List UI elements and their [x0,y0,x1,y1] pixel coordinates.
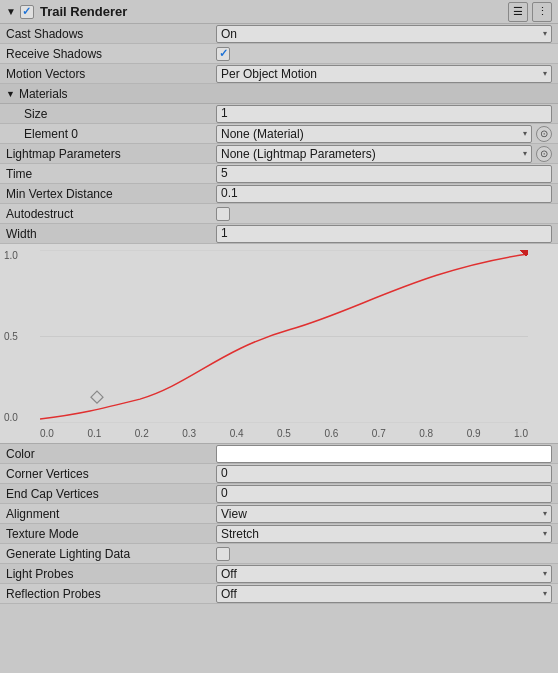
light-probes-value: Off [221,567,237,581]
texture-mode-dropdown[interactable]: Stretch ▾ [216,525,552,543]
chart-x-9: 0.9 [467,428,481,439]
reflection-probes-dropdown[interactable]: Off ▾ [216,585,552,603]
texture-mode-label: Texture Mode [6,527,216,541]
end-cap-vertices-label: End Cap Vertices [6,487,216,501]
lightmap-circle-btn[interactable]: ⊙ [536,146,552,162]
cast-shadows-dropdown[interactable]: On ▾ [216,25,552,43]
light-probes-row: Light Probes Off ▾ [0,564,558,584]
element0-label: Element 0 [6,127,216,141]
lightmap-dropdown[interactable]: None (Lightmap Parameters) ▾ [216,145,532,163]
light-probes-arrow: ▾ [543,569,547,578]
generate-lighting-checkbox[interactable] [216,547,230,561]
chart-x-6: 0.6 [324,428,338,439]
min-vertex-input[interactable]: 0.1 [216,185,552,203]
curve-start-point[interactable] [91,391,103,403]
time-input[interactable]: 5 [216,165,552,183]
width-label: Width [6,227,216,241]
chart-x-8: 0.8 [419,428,433,439]
autodestruct-label: Autodestruct [6,207,216,221]
motion-vectors-arrow: ▾ [543,69,547,78]
lightmap-row: Lightmap Parameters None (Lightmap Param… [0,144,558,164]
menu-icon: ☰ [513,5,523,18]
width-row: Width 1 [0,224,558,244]
lightmap-arrow: ▾ [523,149,527,158]
motion-vectors-row: Motion Vectors Per Object Motion ▾ [0,64,558,84]
chart-x-labels: 0.0 0.1 0.2 0.3 0.4 0.5 0.6 0.7 0.8 0.9 … [40,428,528,439]
end-cap-vertices-input[interactable]: 0 [216,485,552,503]
autodestruct-checkbox[interactable] [216,207,230,221]
chart-y-top: 1.0 [4,250,18,261]
motion-vectors-dropdown[interactable]: Per Object Motion ▾ [216,65,552,83]
color-picker[interactable] [216,445,552,463]
corner-vertices-label: Corner Vertices [6,467,216,481]
time-row: Time 5 [0,164,558,184]
generate-lighting-label: Generate Lighting Data [6,547,216,561]
chart-y-labels: 1.0 0.5 0.0 [4,250,18,423]
curve-svg[interactable] [40,250,528,423]
receive-shadows-row: Receive Shadows [0,44,558,64]
time-label: Time [6,167,216,181]
min-vertex-label: Min Vertex Distance [6,187,216,201]
dots-icon: ⋮ [537,5,548,18]
materials-section-header[interactable]: ▼ Materials [0,84,558,104]
receive-shadows-checkbox[interactable] [216,47,230,61]
menu-button[interactable]: ☰ [508,2,528,22]
lightmap-label: Lightmap Parameters [6,147,216,161]
element0-arrow: ▾ [523,129,527,138]
more-button[interactable]: ⋮ [532,2,552,22]
alignment-value: View [221,507,247,521]
corner-vertices-input[interactable]: 0 [216,465,552,483]
size-row: Size 1 [0,104,558,124]
chart-x-2: 0.2 [135,428,149,439]
cast-shadows-label: Cast Shadows [6,27,216,41]
chart-x-5: 0.5 [277,428,291,439]
motion-vectors-value: Per Object Motion [221,67,317,81]
chart-x-10: 1.0 [514,428,528,439]
curve-chart[interactable]: 1.0 0.5 0.0 0.0 0.1 0.2 0.3 0.4 0.5 0.6 … [0,244,558,444]
chart-y-mid: 0.5 [4,331,18,342]
min-vertex-row: Min Vertex Distance 0.1 [0,184,558,204]
reflection-probes-arrow: ▾ [543,589,547,598]
collapse-arrow[interactable]: ▼ [6,6,16,17]
header-buttons: ☰ ⋮ [508,2,552,22]
alignment-arrow: ▾ [543,509,547,518]
color-row: Color [0,444,558,464]
texture-mode-value: Stretch [221,527,259,541]
chart-x-1: 0.1 [87,428,101,439]
element0-row: Element 0 None (Material) ▾ ⊙ [0,124,558,144]
chart-x-4: 0.4 [230,428,244,439]
chart-y-bottom: 0.0 [4,412,18,423]
component-header[interactable]: ▼ Trail Renderer ☰ ⋮ [0,0,558,24]
receive-shadows-label: Receive Shadows [6,47,216,61]
materials-arrow[interactable]: ▼ [6,89,15,99]
corner-vertices-row: Corner Vertices 0 [0,464,558,484]
width-input[interactable]: 1 [216,225,552,243]
component-enabled-checkbox[interactable] [20,5,34,19]
color-label: Color [6,447,216,461]
chart-x-3: 0.3 [182,428,196,439]
end-cap-vertices-row: End Cap Vertices 0 [0,484,558,504]
materials-label: Materials [19,87,68,101]
cast-shadows-value: On [221,27,237,41]
chart-x-7: 0.7 [372,428,386,439]
cast-shadows-row: Cast Shadows On ▾ [0,24,558,44]
reflection-probes-label: Reflection Probes [6,587,216,601]
lightmap-value: None (Lightmap Parameters) [221,147,376,161]
alignment-label: Alignment [6,507,216,521]
size-label: Size [6,107,216,121]
alignment-dropdown[interactable]: View ▾ [216,505,552,523]
size-input[interactable]: 1 [216,105,552,123]
light-probes-label: Light Probes [6,567,216,581]
alignment-row: Alignment View ▾ [0,504,558,524]
component-title: Trail Renderer [40,4,127,19]
generate-lighting-row: Generate Lighting Data [0,544,558,564]
texture-mode-row: Texture Mode Stretch ▾ [0,524,558,544]
element0-dropdown[interactable]: None (Material) ▾ [216,125,532,143]
texture-mode-arrow: ▾ [543,529,547,538]
autodestruct-row: Autodestruct [0,204,558,224]
reflection-probes-row: Reflection Probes Off ▾ [0,584,558,604]
element0-circle-btn[interactable]: ⊙ [536,126,552,142]
light-probes-dropdown[interactable]: Off ▾ [216,565,552,583]
cast-shadows-arrow: ▾ [543,29,547,38]
element0-value: None (Material) [221,127,304,141]
